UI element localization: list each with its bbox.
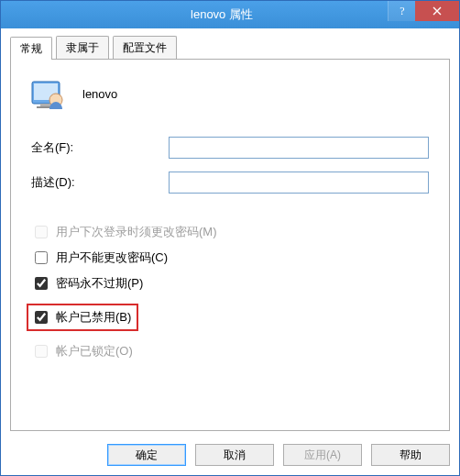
close-icon[interactable] xyxy=(415,1,459,21)
chk-cannot-change-password-label: 用户不能更改密码(C) xyxy=(56,249,168,266)
tab-profile[interactable]: 配置文件 xyxy=(113,36,177,59)
chk-must-change-password-box xyxy=(35,226,48,238)
ok-button[interactable]: 确定 xyxy=(107,444,186,466)
properties-dialog: lenovo 属性 ? 常规 隶属于 配置文件 xyxy=(0,0,460,476)
user-header: lenovo xyxy=(31,76,429,111)
dialog-button-row: 确定 取消 应用(A) 帮助 xyxy=(1,437,459,475)
description-row: 描述(D): xyxy=(31,172,429,194)
chk-account-disabled-label: 帐户已禁用(B) xyxy=(56,309,131,326)
chk-cannot-change-password-box[interactable] xyxy=(35,251,48,264)
client-area: 常规 隶属于 配置文件 lenovo 全名 xyxy=(1,28,459,437)
chk-account-locked: 帐户已锁定(O) xyxy=(31,342,429,360)
chk-must-change-password: 用户下次登录时须更改密码(M) xyxy=(31,223,429,241)
full-name-input[interactable] xyxy=(169,137,429,159)
title-bar-buttons: ? xyxy=(388,1,459,28)
chk-password-never-expires-box[interactable] xyxy=(35,277,48,290)
tab-member-of[interactable]: 隶属于 xyxy=(56,36,109,59)
description-label: 描述(D): xyxy=(31,174,169,191)
chk-account-disabled-box[interactable] xyxy=(35,311,48,324)
user-name: lenovo xyxy=(82,87,117,101)
title-bar: lenovo 属性 ? xyxy=(1,1,459,28)
chk-password-never-expires[interactable]: 密码永不过期(P) xyxy=(31,274,429,293)
tab-general[interactable]: 常规 xyxy=(10,37,52,60)
chk-must-change-password-label: 用户下次登录时须更改密码(M) xyxy=(56,224,217,240)
svg-rect-3 xyxy=(40,104,51,106)
highlight-account-disabled: 帐户已禁用(B) xyxy=(27,304,138,331)
cancel-button[interactable]: 取消 xyxy=(195,444,274,466)
svg-text:?: ? xyxy=(400,6,404,17)
chk-password-never-expires-label: 密码永不过期(P) xyxy=(56,275,143,292)
chk-account-disabled[interactable]: 帐户已禁用(B) xyxy=(31,308,131,327)
help-icon[interactable]: ? xyxy=(388,1,415,21)
chk-account-locked-label: 帐户已锁定(O) xyxy=(56,343,133,360)
apply-button[interactable]: 应用(A) xyxy=(283,444,362,466)
chk-cannot-change-password[interactable]: 用户不能更改密码(C) xyxy=(31,249,429,267)
tab-row: 常规 隶属于 配置文件 xyxy=(10,36,450,59)
help-button[interactable]: 帮助 xyxy=(371,444,450,466)
user-icon xyxy=(31,76,66,111)
full-name-row: 全名(F): xyxy=(31,137,429,159)
full-name-label: 全名(F): xyxy=(31,139,169,156)
tab-panel-general: lenovo 全名(F): 描述(D): 用户下次登录时须更改密码(M) 用户不… xyxy=(10,59,450,431)
chk-account-locked-box xyxy=(35,345,48,358)
title-text: lenovo 属性 xyxy=(1,6,388,23)
description-input[interactable] xyxy=(169,172,429,194)
